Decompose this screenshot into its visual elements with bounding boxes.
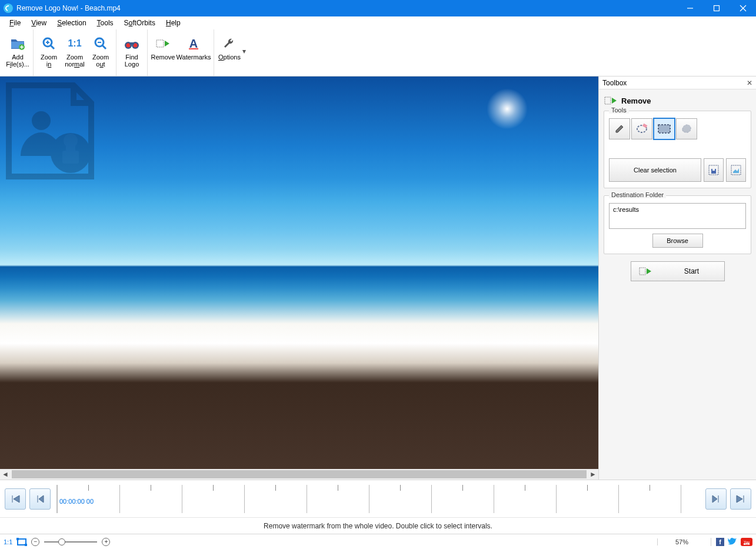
tool-freeform-select[interactable] (676, 118, 697, 139)
toolbox-panel: Toolbox ✕ Remove Tools Clear selection (598, 76, 756, 480)
remove-button[interactable]: Remove (150, 32, 176, 74)
zoom-slider-knob[interactable] (58, 538, 65, 545)
svg-text:f: f (719, 538, 721, 545)
start-button[interactable]: Start (631, 261, 725, 281)
svg-rect-16 (129, 42, 134, 45)
zoom-slider[interactable] (44, 541, 97, 543)
menubar: File View Selection Tools SoftOrbits Hel… (0, 16, 756, 29)
app-icon (4, 4, 13, 13)
menu-view[interactable]: View (26, 18, 51, 28)
close-button[interactable] (730, 0, 756, 16)
svg-line-10 (102, 45, 106, 49)
video-preview[interactable] (0, 76, 598, 469)
menu-file[interactable]: File (5, 18, 25, 28)
zoom-normal-button[interactable]: 1:1 Zoomnormal (62, 32, 88, 74)
toolbox-title: Toolbox (602, 79, 627, 87)
menu-softorbits[interactable]: SoftOrbits (119, 18, 160, 28)
svg-point-19 (32, 111, 51, 130)
find-logo-button[interactable]: FindLogo (119, 32, 145, 74)
svg-rect-1 (714, 6, 719, 11)
watermark-overlay-icon (0, 76, 103, 182)
status-bar: 1:1 − + 57% f YouTube (0, 534, 756, 549)
goto-start-button[interactable] (5, 488, 26, 510)
zoom-in-button[interactable]: Zoomin (36, 32, 62, 74)
maximize-button[interactable] (703, 0, 730, 16)
add-files-button[interactable]: AddFile(s)... (5, 32, 31, 74)
svg-text:Tube: Tube (745, 543, 749, 545)
svg-line-6 (51, 45, 54, 49)
destination-legend: Destination Folder (609, 191, 666, 198)
svg-rect-21 (62, 151, 79, 164)
progress-percent: 57% (657, 538, 706, 545)
zoom-out-button[interactable]: Zoomout (88, 32, 114, 74)
zoom-normal-icon: 1:1 (66, 36, 83, 51)
window-title: Remove Logo Now! - Beach.mp4 (16, 4, 121, 12)
sun-glare (487, 88, 528, 129)
titlebar: Remove Logo Now! - Beach.mp4 (0, 0, 756, 16)
menu-tools[interactable]: Tools (92, 18, 118, 28)
load-selection-button[interactable] (726, 158, 746, 182)
scroll-right-arrow[interactable]: ► (588, 469, 598, 480)
scroll-thumb[interactable] (12, 470, 587, 478)
timeline: 00:00:00 00 // ticks generated inline vi… (0, 480, 756, 517)
youtube-icon[interactable]: YouTube (741, 538, 752, 546)
binoculars-icon (124, 36, 140, 51)
horizontal-scrollbar[interactable]: ◄ ► (0, 469, 598, 480)
remove-section-icon (604, 95, 618, 106)
save-selection-button[interactable] (704, 158, 724, 182)
toolbox-close-button[interactable]: ✕ (747, 79, 752, 87)
remove-arrow-icon (155, 36, 171, 51)
svg-rect-28 (712, 169, 715, 171)
options-dropdown-arrow[interactable]: ▾ (242, 47, 249, 59)
menu-selection[interactable]: Selection (52, 18, 91, 28)
zoom-ratio-label[interactable]: 1:1 (4, 538, 12, 545)
tool-lasso-erase[interactable] (631, 118, 652, 139)
zoom-out-round[interactable]: − (31, 538, 39, 546)
options-button[interactable]: Options (217, 32, 242, 74)
folder-add-icon (9, 36, 26, 51)
destination-folder-input[interactable]: c:\results (609, 203, 746, 229)
menu-help[interactable]: Help (161, 18, 185, 28)
step-back-button[interactable] (29, 488, 51, 510)
browse-button[interactable]: Browse (652, 234, 703, 248)
fit-screen-icon[interactable] (17, 538, 26, 545)
goto-end-button[interactable] (730, 488, 751, 510)
tools-legend: Tools (609, 107, 629, 114)
destination-fieldset: Destination Folder c:\results Browse (604, 195, 751, 254)
clear-selection-button[interactable]: Clear selection (609, 158, 701, 182)
svg-text:A: A (189, 37, 198, 50)
facebook-icon[interactable]: f (716, 538, 724, 546)
step-forward-button[interactable] (705, 488, 727, 510)
tools-fieldset: Tools Clear selection (604, 111, 751, 188)
tool-marker[interactable] (609, 118, 630, 139)
hint-text: Remove watermark from the whole video. D… (264, 522, 492, 530)
timeline-track[interactable]: 00:00:00 00 // ticks generated inline vi… (56, 485, 700, 513)
canvas-area: ◄ ► (0, 76, 598, 480)
svg-rect-24 (658, 125, 670, 133)
twitter-icon[interactable] (728, 538, 737, 546)
zoom-in-round[interactable]: + (102, 538, 110, 546)
tool-rectangle-select[interactable] (654, 118, 675, 139)
start-arrow-icon (638, 266, 652, 277)
wrench-icon (221, 36, 238, 51)
zoom-out-icon (92, 36, 109, 51)
minimize-button[interactable] (677, 0, 703, 16)
timeline-position: 00:00:00 00 (59, 498, 94, 505)
watermark-text-icon: A (185, 36, 202, 51)
hint-bar: Remove watermark from the whole video. D… (0, 517, 756, 534)
watermarks-button[interactable]: A Watermarks (176, 32, 211, 74)
scroll-left-arrow[interactable]: ◄ (0, 469, 11, 480)
zoom-in-icon (41, 36, 57, 51)
toolbar: AddFile(s)... Zoomin 1:1 Zoomnormal Zoom… (0, 29, 756, 76)
remove-section-label: Remove (621, 97, 651, 105)
